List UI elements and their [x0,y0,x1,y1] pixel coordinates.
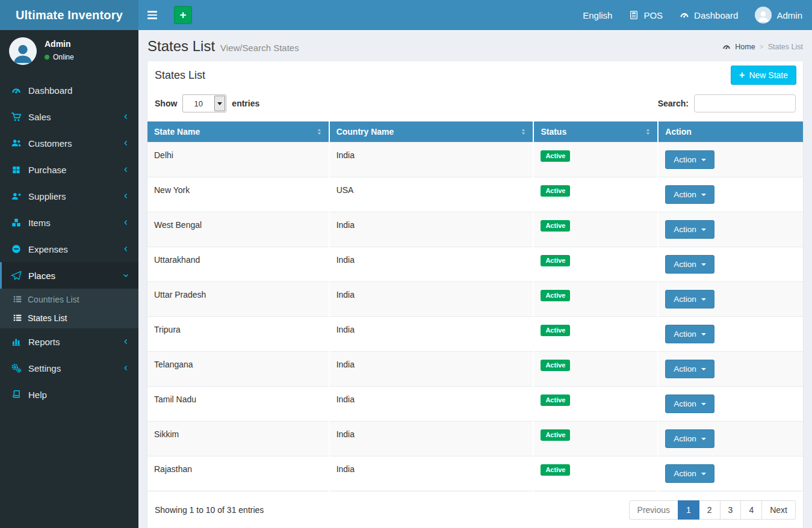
gauge-icon [680,10,689,20]
caret-down-icon [701,368,706,370]
action-dropdown-button[interactable]: Action [665,150,714,169]
list-icon [13,313,22,322]
column-header-country-name[interactable]: Country Name [329,121,534,143]
country-name-cell: India [329,247,534,282]
column-header-status[interactable]: Status [533,121,658,143]
content-wrapper: States List View/Search States Home > St… [138,0,812,528]
pagination-page-3[interactable]: 3 [720,500,742,520]
chevron-down-icon [122,272,129,279]
table-row: Rajasthan India Active Action [147,456,803,491]
sidebar-item-customers[interactable]: Customers [0,130,138,156]
chevron-left-icon [122,140,129,147]
action-dropdown-button[interactable]: Action [665,429,714,448]
breadcrumb-home[interactable]: Home [735,43,755,51]
sidebar-item-expenses[interactable]: Expenses [0,236,138,262]
state-name-cell: Sikkim [147,422,329,456]
state-name-cell: Uttar Pradesh [147,282,329,317]
status-cell: Active [533,212,658,247]
action-dropdown-button[interactable]: Action [665,325,714,343]
sidebar-item-help[interactable]: Help [0,381,138,408]
page-length-select[interactable]: 10 [182,94,226,112]
action-cell: Action [658,422,803,456]
user-status: Online [45,53,74,61]
places-submenu: Countries List States List [0,289,138,328]
sidebar-item-countries-list[interactable]: Countries List [0,290,138,309]
sidebar-toggle-button[interactable] [138,0,166,30]
status-badge: Active [541,185,570,197]
entries-label: entries [232,99,259,108]
sidebar-item-dashboard[interactable]: Dashboard [0,77,138,103]
breadcrumb: Home > States List [722,43,803,51]
pos-link[interactable]: POS [621,0,671,30]
sidebar-item-suppliers[interactable]: Suppliers [0,183,138,209]
chevron-left-icon [122,113,129,120]
sidebar-item-states-list[interactable]: States List [0,309,138,327]
language-menu[interactable]: English [574,0,621,30]
action-cell: Action [658,317,803,352]
sidebar-item-places[interactable]: Places [0,262,138,289]
pagination-page-2[interactable]: 2 [699,500,721,520]
sort-icon[interactable] [519,128,527,136]
action-dropdown-button[interactable]: Action [665,255,714,274]
country-name-cell: India [329,422,534,456]
dashboard-link[interactable]: Dashboard [671,0,746,30]
action-dropdown-button[interactable]: Action [665,360,714,378]
pagination-page-4[interactable]: 4 [740,500,762,520]
pagination-page-1[interactable]: 1 [678,500,699,520]
country-name-cell: India [329,143,534,177]
search-input[interactable] [694,94,796,112]
pagination-previous-button[interactable]: Previous [629,500,678,520]
action-dropdown-button[interactable]: Action [665,220,714,239]
status-cell: Active [533,317,658,352]
action-dropdown-button[interactable]: Action [665,290,714,309]
table-row: Delhi India Active Action [147,143,803,177]
caret-down-icon [701,194,706,196]
bar-chart-icon [11,337,22,346]
avatar [9,37,37,65]
status-cell: Active [533,352,658,387]
sidebar-item-items[interactable]: Items [0,209,138,236]
gauge-icon [722,43,731,51]
chevron-left-icon [122,192,129,200]
sidebar-item-reports[interactable]: Reports [0,328,138,355]
status-cell: Active [533,177,658,212]
caret-down-icon [701,159,706,161]
table-footer: Showing 1 to 10 of 31 entries Previous 1… [147,491,803,528]
sidebar-item-sales[interactable]: Sales [0,103,138,130]
action-dropdown-button[interactable]: Action [665,464,714,483]
online-status-label: Online [53,53,74,61]
sidebar: Admin Online Dashboard Sales Customers P… [0,30,138,528]
table-header-row: State Name Country Name Status Action [147,121,803,143]
sidebar-item-settings[interactable]: Settings [0,355,138,381]
action-dropdown-button[interactable]: Action [665,185,714,204]
action-dropdown-button[interactable]: Action [665,394,714,413]
pos-label: POS [643,10,663,20]
column-header-state-name[interactable]: State Name [147,121,329,143]
pagination-next-button[interactable]: Next [761,500,796,520]
sidebar-item-purchase[interactable]: Purchase [0,156,138,183]
sidebar-menu: Dashboard Sales Customers Purchase Suppl… [0,77,138,408]
sort-icon[interactable] [315,128,323,136]
page-subtitle: View/Search States [220,43,299,53]
brand-logo[interactable]: Ultimate Inventory [0,0,138,30]
pagination: Previous 1 2 3 4 Next [630,500,796,520]
status-badge: Active [541,255,570,266]
caret-down-icon [701,263,706,266]
users-icon [11,138,22,149]
chevron-left-icon [122,219,129,226]
user-menu-label: Admin [776,10,802,20]
status-cell: Active [533,247,658,282]
action-cell: Action [658,212,803,247]
new-state-button[interactable]: + New State [731,66,796,85]
status-cell: Active [533,143,658,177]
list-icon [13,295,22,304]
search-label: Search: [658,99,689,108]
top-navbar: Ultimate Inventory + English POS Dashboa… [0,0,812,30]
user-menu[interactable]: Admin [746,0,812,30]
country-name-cell: India [329,352,534,387]
sort-icon[interactable] [644,128,652,136]
state-name-cell: Rajasthan [147,456,329,491]
hamburger-icon [147,11,157,19]
quick-add-button[interactable]: + [174,6,192,24]
user-name: Admin [45,39,74,49]
